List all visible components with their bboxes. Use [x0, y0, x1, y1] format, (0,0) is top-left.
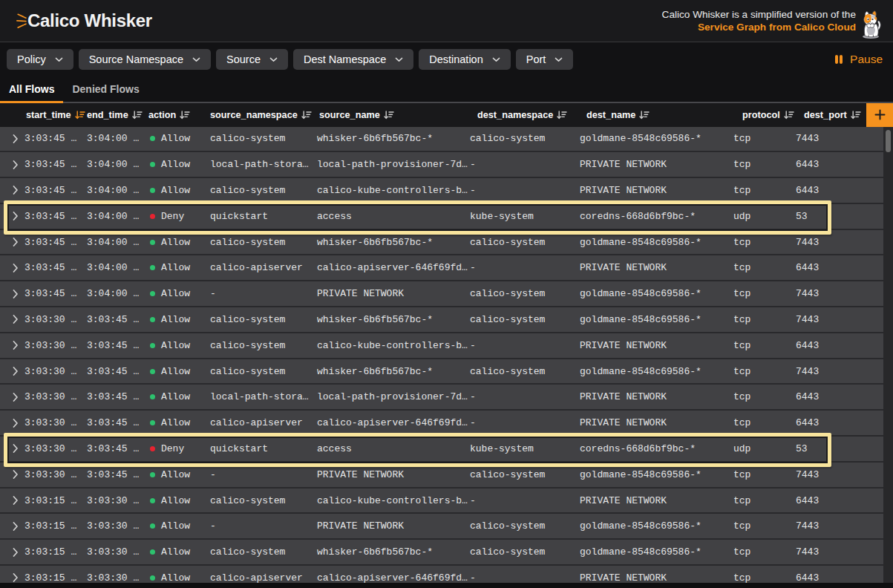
row-expander[interactable] [0, 238, 24, 246]
chevron-right-icon [13, 522, 19, 531]
filter-policy[interactable]: Policy [7, 49, 73, 70]
flow-table-row[interactable]: 3:03:15 … 3:03:30 … Allow calico-system … [0, 540, 883, 566]
row-expander[interactable] [0, 186, 24, 195]
flow-table-row[interactable]: 3:03:30 … 3:03:45 … Allow calico-apiserv… [0, 411, 883, 437]
flow-table-row[interactable]: 3:03:45 … 3:04:00 … Allow calico-system … [0, 127, 883, 153]
cell-dest-port: 7443 [796, 288, 883, 299]
flow-table-row[interactable]: 3:03:30 … 3:03:45 … Allow calico-system … [0, 333, 883, 359]
row-expander[interactable] [0, 367, 24, 376]
filter-source[interactable]: Source [216, 49, 288, 70]
scrollbar-thumb[interactable] [886, 130, 891, 152]
action-status-dot [150, 343, 155, 348]
row-expander[interactable] [0, 522, 24, 531]
flow-table-row[interactable]: 3:03:45 … 3:04:00 … Allow calico-system … [0, 230, 883, 256]
flow-table-row[interactable]: 3:03:15 … 3:03:30 … Allow calico-apiserv… [0, 566, 883, 583]
cell-dest-namespace: - [470, 159, 580, 170]
filter-source-namespace[interactable]: Source Namespace [79, 49, 211, 70]
flow-table-row[interactable]: 3:03:45 … 3:04:00 … Allow local-path-sto… [0, 152, 883, 178]
row-expander[interactable] [0, 290, 24, 298]
flow-table-row[interactable]: 3:03:45 … 3:04:00 … Allow calico-apiserv… [0, 255, 883, 281]
chevron-right-icon [13, 160, 19, 169]
chevron-down-icon [492, 57, 500, 62]
sort-icon [851, 111, 861, 120]
cell-start-time: 3:03:15 … [24, 572, 87, 583]
cell-end-time: 3:04:00 … [87, 185, 150, 196]
flow-table-row[interactable]: 3:03:30 … 3:03:45 … Allow - PRIVATE NETW… [0, 463, 883, 489]
row-expander[interactable] [0, 160, 24, 169]
row-expander[interactable] [0, 496, 24, 505]
chevron-right-icon [13, 548, 19, 557]
column-label: dest_name [586, 110, 635, 120]
flow-table-row[interactable]: 3:03:30 … 3:03:45 … Allow calico-system … [0, 307, 883, 333]
column-header-protocol[interactable]: protocol [742, 103, 794, 127]
filter-destination[interactable]: Destination [419, 49, 511, 70]
row-expander[interactable] [0, 212, 24, 220]
chevron-right-icon [13, 212, 19, 220]
plus-icon [874, 109, 886, 120]
pause-icon [835, 55, 843, 65]
cell-dest-port: 6443 [796, 572, 883, 583]
column-header-action[interactable]: action [148, 103, 190, 127]
cell-end-time: 3:03:45 … [87, 340, 150, 351]
filter-port[interactable]: Port [516, 49, 574, 70]
cell-end-time: 3:04:00 … [87, 133, 150, 144]
row-expander[interactable] [0, 264, 24, 272]
action-status-dot [150, 420, 155, 425]
column-header-source_name[interactable]: source_name [319, 103, 394, 127]
column-header-start_time[interactable]: start_time [26, 103, 85, 127]
page-title: Calico Whisker [27, 10, 152, 31]
cell-action: Allow [150, 133, 210, 144]
row-expander[interactable] [0, 444, 24, 453]
service-graph-link[interactable]: Service Graph from Calico Cloud [662, 22, 856, 34]
row-expander[interactable] [0, 548, 24, 557]
add-column-button[interactable] [866, 103, 893, 127]
chevron-right-icon [13, 393, 19, 402]
cell-end-time: 3:03:45 … [87, 314, 150, 325]
row-expander[interactable] [0, 134, 24, 143]
flow-table-row[interactable]: 3:03:30 … 3:03:45 … Allow local-path-sto… [0, 385, 883, 411]
cell-end-time: 3:03:45 … [87, 417, 150, 428]
row-expander[interactable] [0, 341, 24, 350]
cell-start-time: 3:03:30 … [24, 314, 87, 325]
row-expander[interactable] [0, 419, 24, 428]
cell-action: Deny [150, 443, 210, 454]
action-label: Allow [161, 159, 190, 170]
cell-source-namespace: local-path-stora… [210, 391, 317, 402]
cell-source-name: whisker-6b6fb567bc-* [317, 314, 470, 325]
flow-table-row[interactable]: 3:03:30 … 3:03:45 … Deny quickstart acce… [0, 437, 883, 463]
flow-table-row[interactable]: 3:03:45 … 3:04:00 … Allow calico-system … [0, 178, 883, 204]
filter-dest-namespace[interactable]: Dest Namespace [293, 49, 413, 70]
row-expander[interactable] [0, 315, 24, 324]
cell-dest-namespace: calico-system [470, 366, 580, 377]
cell-dest-name: PRIVATE NETWORK [580, 391, 733, 402]
tab-denied-flows[interactable]: Denied Flows [63, 76, 148, 102]
tab-all-flows[interactable]: All Flows [0, 76, 63, 102]
column-header-source_namespace[interactable]: source_namespace [210, 103, 312, 127]
pause-label: Pause [850, 53, 883, 66]
action-status-dot [150, 549, 155, 555]
column-header-dest_namespace[interactable]: dest_namespace [477, 103, 567, 127]
flow-table-row[interactable]: 3:03:30 … 3:03:45 … Allow calico-system … [0, 359, 883, 385]
column-header-dest_port[interactable]: dest_port [804, 103, 861, 127]
column-header-dest_name[interactable]: dest_name [586, 103, 650, 127]
cell-protocol: tcp [733, 288, 796, 299]
filter-policy-label: Policy [17, 53, 46, 65]
cell-action: Allow [150, 572, 210, 583]
cell-source-namespace: calico-apiserver [210, 417, 317, 428]
column-header-end_time[interactable]: end_time [87, 103, 143, 127]
chevron-right-icon [13, 134, 19, 143]
row-expander[interactable] [0, 470, 24, 479]
flow-table-row[interactable]: 3:03:45 … 3:04:00 … Allow - PRIVATE NETW… [0, 281, 883, 307]
cell-protocol: tcp [733, 572, 796, 583]
row-expander[interactable] [0, 393, 24, 402]
flow-table-row[interactable]: 3:03:15 … 3:03:30 … Allow - PRIVATE NETW… [0, 514, 883, 540]
flow-table-row[interactable]: 3:03:45 … 3:04:00 … Deny quickstart acce… [0, 204, 883, 230]
filter-source-label: Source [226, 53, 261, 65]
pause-button[interactable]: Pause [835, 53, 883, 66]
cell-action: Allow [150, 185, 210, 196]
row-expander[interactable] [0, 573, 24, 582]
vertical-scrollbar [883, 127, 893, 584]
flow-table-row[interactable]: 3:03:15 … 3:03:30 … Allow calico-system … [0, 489, 883, 514]
cell-source-name: whisker-6b6fb567bc-* [317, 133, 470, 144]
sort-icon [557, 111, 567, 120]
